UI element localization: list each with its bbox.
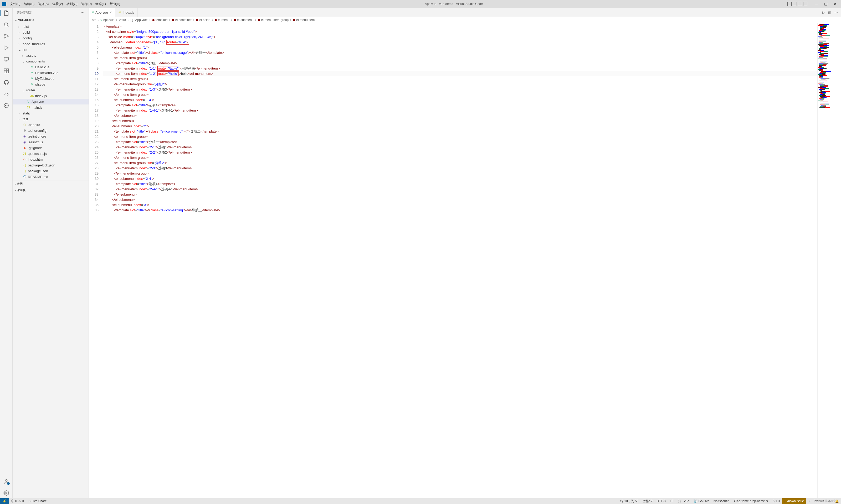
tsconfig[interactable]: No tsconfig bbox=[711, 498, 732, 504]
run-icon[interactable]: ▷ bbox=[822, 11, 825, 15]
tree-item-package-lock-json[interactable]: { }package-lock.json bbox=[13, 162, 89, 168]
tree-item--dist[interactable]: ›.dist bbox=[13, 24, 89, 30]
breadcrumb-item[interactable]: ⬣el-menu bbox=[214, 18, 229, 22]
tagname-hint[interactable]: <TagName prop-name /> bbox=[732, 498, 771, 504]
search-icon[interactable] bbox=[3, 21, 10, 28]
eol[interactable]: LF bbox=[668, 498, 676, 504]
tree-item--eslintignore[interactable]: ◉.eslintignore bbox=[13, 133, 89, 139]
share-icon[interactable] bbox=[3, 91, 10, 97]
problems-indicator[interactable]: ⓧ0 ⚠0 bbox=[9, 498, 26, 504]
feedback-icon[interactable]: ⊕ bbox=[826, 498, 833, 504]
tree-item-HelloWorld-vue[interactable]: VHelloWorld.vue bbox=[13, 70, 89, 76]
notifications-icon[interactable]: 🔔 bbox=[833, 498, 841, 504]
menu-view[interactable]: 查看(V) bbox=[52, 2, 63, 6]
breadcrumb-item[interactable]: ⬣el-container bbox=[172, 18, 192, 22]
window-title: App.vue - vue-demo - Visual Studio Code bbox=[120, 2, 787, 6]
tree-item-MyTable-vue[interactable]: VMyTable.vue bbox=[13, 76, 89, 82]
breadcrumb-item[interactable]: ⬣el-aside bbox=[196, 18, 210, 22]
code-content[interactable]: <template> <el-container style="height: … bbox=[103, 23, 817, 498]
github-icon[interactable] bbox=[3, 79, 10, 86]
explorer-icon[interactable] bbox=[3, 10, 10, 16]
language-mode[interactable]: { } Vue bbox=[676, 498, 691, 504]
menu-go[interactable]: 转到(G) bbox=[67, 2, 77, 6]
menu-run[interactable]: 运行(R) bbox=[81, 2, 92, 6]
tree-item-components[interactable]: ⌄components bbox=[13, 58, 89, 64]
prettier[interactable]: ✓ Prettier bbox=[806, 498, 826, 504]
remote-explorer-icon[interactable] bbox=[3, 56, 10, 62]
minimap[interactable] bbox=[817, 23, 841, 498]
tree-item--postcssrc-js[interactable]: JS.postcssrc.js bbox=[13, 151, 89, 157]
breadcrumb-item[interactable]: src bbox=[92, 18, 96, 22]
tree-item-sh-vue[interactable]: Vsh.vue bbox=[13, 82, 89, 87]
breadcrumb-item[interactable]: { }"App.vue" bbox=[130, 18, 148, 22]
tree-item--editorconfig[interactable]: ⚙.editorconfig bbox=[13, 128, 89, 133]
tree-item-package-json[interactable]: { }package.json bbox=[13, 168, 89, 174]
svg-point-3 bbox=[4, 37, 5, 38]
indent[interactable]: 空格: 2 bbox=[640, 498, 654, 504]
menubar: 文件(F) 编辑(E) 选择(S) 查看(V) 转到(G) 运行(R) 终端(T… bbox=[2, 2, 120, 6]
tree-item-test[interactable]: ›test bbox=[13, 116, 89, 122]
tree-item--babelrc[interactable]: ⬡.babelrc bbox=[13, 122, 89, 128]
debug-icon[interactable] bbox=[3, 44, 10, 51]
breadcrumb-item[interactable]: ⬣el-menu-item bbox=[293, 18, 314, 22]
split-icon[interactable]: ▥ bbox=[828, 11, 831, 15]
source-control-icon[interactable] bbox=[3, 33, 10, 39]
maximize-button[interactable]: ▢ bbox=[822, 2, 829, 6]
known-issues[interactable]: 1 known issue bbox=[782, 498, 806, 504]
extensions-icon[interactable] bbox=[3, 68, 10, 74]
project-root[interactable]: ⌄VUE-DEMO bbox=[13, 17, 89, 22]
editor[interactable]: 1234567891011121314151617181920212223242… bbox=[89, 23, 841, 498]
tree-item-node_modules[interactable]: ›node_modules bbox=[13, 41, 89, 47]
tab-App-vue[interactable]: VApp.vue× bbox=[89, 8, 115, 17]
svg-point-16 bbox=[5, 492, 7, 494]
tree-item-main-js[interactable]: JSmain.js bbox=[13, 105, 89, 110]
svg-point-4 bbox=[7, 36, 8, 37]
tree-item-index-html[interactable]: <>index.html bbox=[13, 157, 89, 162]
cursor-position[interactable]: 行 10，列 50 bbox=[618, 498, 640, 504]
tree-item-router[interactable]: ⌄router bbox=[13, 87, 89, 93]
tab-more-icon[interactable]: ⋯ bbox=[835, 11, 838, 15]
version[interactable]: 5.1.3 bbox=[771, 498, 782, 504]
encoding[interactable]: UTF-8 bbox=[655, 498, 668, 504]
close-button[interactable]: ✕ bbox=[831, 2, 839, 6]
go-live[interactable]: 📡Go Live bbox=[691, 498, 711, 504]
breadcrumb-item[interactable]: ⬣template bbox=[152, 18, 168, 22]
breadcrumb[interactable]: src›VApp.vue›Vetur›{ }"App.vue"›⬣templat… bbox=[89, 17, 841, 23]
tree-item-README-md[interactable]: ⓘREADME.md bbox=[13, 174, 89, 180]
sidebar-more-icon[interactable]: ⋯ bbox=[81, 11, 85, 15]
copilot-icon[interactable] bbox=[3, 102, 10, 109]
menu-edit[interactable]: 编辑(E) bbox=[24, 2, 34, 6]
outline-section[interactable]: ›大纲 bbox=[13, 181, 89, 187]
editor-area: VApp.vue×JSindex.js ▷ ▥ ⋯ src›VApp.vue›V… bbox=[89, 8, 841, 498]
account-icon[interactable]: 1 bbox=[3, 478, 10, 485]
tree-item-src[interactable]: ⌄src bbox=[13, 47, 89, 53]
timeline-section[interactable]: ›时间线 bbox=[13, 187, 89, 193]
tab-close-icon[interactable]: × bbox=[109, 10, 112, 15]
breadcrumb-item[interactable]: ⬣el-submenu bbox=[234, 18, 254, 22]
minimize-button[interactable]: ─ bbox=[813, 2, 820, 6]
breadcrumb-item[interactable]: ⬣el-menu-item-group bbox=[258, 18, 289, 22]
tree-item-static[interactable]: ›static bbox=[13, 110, 89, 116]
tree-item-Hello-vue[interactable]: VHello.vue bbox=[13, 64, 89, 70]
titlebar: 文件(F) 编辑(E) 选择(S) 查看(V) 转到(G) 运行(R) 终端(T… bbox=[0, 0, 841, 8]
menu-file[interactable]: 文件(F) bbox=[10, 2, 20, 6]
breadcrumb-item[interactable]: VApp.vue bbox=[100, 18, 115, 22]
menu-terminal[interactable]: 终端(T) bbox=[96, 2, 106, 6]
svg-rect-5 bbox=[4, 57, 8, 60]
remote-indicator[interactable]: ⚡ bbox=[0, 498, 9, 504]
tree-item--eslintrc-js[interactable]: ◉.eslintrc.js bbox=[13, 139, 89, 145]
tree-item--gitignore[interactable]: ◆.gitignore bbox=[13, 145, 89, 151]
tree-item-assets[interactable]: ›assets bbox=[13, 53, 89, 58]
tree-item-config[interactable]: ›config bbox=[13, 35, 89, 41]
tree-item-build[interactable]: ›build bbox=[13, 30, 89, 35]
tree-item-App-vue[interactable]: VApp.vue bbox=[13, 99, 89, 105]
menu-help[interactable]: 帮助(H) bbox=[109, 2, 120, 6]
breadcrumb-item[interactable]: Vetur bbox=[119, 18, 126, 22]
layout-icons[interactable] bbox=[787, 2, 807, 6]
live-share[interactable]: ⟲Live Share bbox=[26, 498, 49, 504]
tree-item-index-js[interactable]: JSindex.js bbox=[13, 93, 89, 99]
settings-icon[interactable] bbox=[3, 490, 10, 496]
svg-rect-8 bbox=[4, 69, 6, 71]
menu-selection[interactable]: 选择(S) bbox=[38, 2, 49, 6]
tab-index-js[interactable]: JSindex.js bbox=[115, 8, 138, 17]
